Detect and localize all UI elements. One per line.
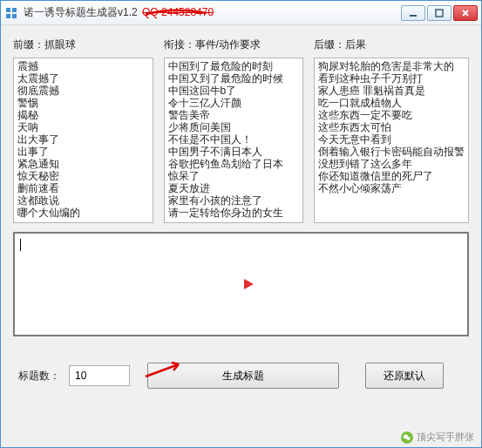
titlebar: 诺一诱导标题生成器v1.2 QQ 244528470: [1, 1, 481, 25]
list-item[interactable]: 中国又到了最危险的时候: [168, 72, 300, 85]
client-area: 前缀：抓眼球 震撼太震撼了彻底震撼警惕揭秘天呐出大事了出事了紧急通知惊天秘密删前…: [1, 25, 481, 401]
svg-point-3: [407, 437, 411, 440]
list-item[interactable]: 天呐: [17, 121, 149, 133]
list-item[interactable]: 揭秘: [17, 109, 149, 121]
list-item[interactable]: 哪个大仙编的: [17, 207, 149, 219]
list-item[interactable]: 中国这回牛b了: [168, 85, 300, 97]
list-item[interactable]: 谷歌把钓鱼岛划给了日本: [168, 158, 300, 170]
list-item[interactable]: 少将质问美国: [168, 121, 300, 133]
list-item[interactable]: 请一定转给你身边的女生: [168, 207, 300, 219]
list-item[interactable]: 看到这种虫子千万别打: [318, 72, 465, 85]
list-item[interactable]: 家里有小孩的注意了: [168, 194, 300, 207]
list-item[interactable]: 删前速看: [17, 182, 149, 194]
count-input[interactable]: [69, 365, 130, 386]
list-item[interactable]: 倒着输入银行卡密码能自动报警: [318, 146, 465, 158]
qq-text: QQ 244528470: [142, 6, 214, 18]
middle-listbox[interactable]: 中国到了最危险的时刻中国又到了最危险的时候中国这回牛b了令十三亿人汗颜警告美帝少…: [164, 58, 304, 223]
app-icon: [4, 6, 18, 20]
list-item[interactable]: 没想到错了这么多年: [318, 158, 465, 170]
play-icon: [241, 277, 255, 291]
minimize-button[interactable]: [401, 5, 425, 21]
output-textarea[interactable]: [13, 232, 469, 336]
list-item[interactable]: 不佳是不中国人！: [168, 133, 300, 146]
columns-row: 前缀：抓眼球 震撼太震撼了彻底震撼警惕揭秘天呐出大事了出事了紧急通知惊天秘密删前…: [13, 37, 469, 223]
svg-rect-1: [436, 10, 443, 17]
list-item[interactable]: 警告美帝: [168, 109, 300, 121]
maximize-button[interactable]: [427, 5, 451, 21]
suffix-listbox[interactable]: 狗尿对轮胎的危害是非常大的看到这种虫子千万别打家人患癌 罪魁祸首真是吃一口就成植…: [314, 58, 469, 223]
watermark: 顶尖写手胖张: [401, 431, 474, 444]
list-item[interactable]: 这都敢说: [17, 194, 149, 207]
list-item[interactable]: 今天无意中看到: [318, 133, 465, 146]
suffix-column: 后缀：后果 狗尿对轮胎的危害是非常大的看到这种虫子千万别打家人患癌 罪魁祸首真是…: [314, 37, 469, 223]
list-item[interactable]: 出大事了: [17, 133, 149, 146]
svg-point-2: [404, 434, 408, 438]
window-title: 诺一诱导标题生成器v1.2 QQ 244528470: [24, 5, 401, 20]
list-item[interactable]: 夏天放进: [168, 182, 300, 194]
app-window: 诺一诱导标题生成器v1.2 QQ 244528470 前缀：抓眼球 震撼太震撼了…: [0, 0, 482, 448]
list-item[interactable]: 这些东西太可怕: [318, 121, 465, 133]
list-item[interactable]: 不然小心倾家荡产: [318, 182, 465, 194]
list-item[interactable]: 警惕: [17, 97, 149, 109]
list-item[interactable]: 紧急通知: [17, 158, 149, 170]
bottom-controls: 标题数： 生成标题 还原默认: [13, 363, 469, 389]
prefix-listbox[interactable]: 震撼太震撼了彻底震撼警惕揭秘天呐出大事了出事了紧急通知惊天秘密删前速看这都敢说哪…: [13, 58, 153, 223]
count-label: 标题数：: [18, 369, 60, 384]
list-item[interactable]: 彻底震撼: [17, 85, 149, 97]
list-item[interactable]: 中国男子不满日本人: [168, 146, 300, 158]
prefix-label: 前缀：抓眼球: [13, 37, 153, 52]
list-item[interactable]: 惊天秘密: [17, 170, 149, 182]
list-item[interactable]: 这些东西一定不要吃: [318, 109, 465, 121]
list-item[interactable]: 中国到了最危险的时刻: [168, 60, 300, 72]
window-controls: [401, 5, 478, 21]
list-item[interactable]: 出事了: [17, 146, 149, 158]
list-item[interactable]: 吃一口就成植物人: [318, 97, 465, 109]
list-item[interactable]: 家人患癌 罪魁祸首真是: [318, 85, 465, 97]
list-item[interactable]: 狗尿对轮胎的危害是非常大的: [318, 60, 465, 72]
watermark-text: 顶尖写手胖张: [417, 431, 474, 444]
suffix-label: 后缀：后果: [314, 37, 469, 52]
title-text: 诺一诱导标题生成器v1.2: [24, 6, 138, 18]
list-item[interactable]: 惊呆了: [168, 170, 300, 182]
list-item[interactable]: 震撼: [17, 60, 149, 72]
generate-button[interactable]: 生成标题: [147, 363, 339, 389]
list-item[interactable]: 令十三亿人汗颜: [168, 97, 300, 109]
middle-column: 衔接：事件/动作要求 中国到了最危险的时刻中国又到了最危险的时候中国这回牛b了令…: [164, 37, 304, 223]
wechat-icon: [401, 431, 413, 444]
text-cursor: [20, 239, 21, 251]
reset-button[interactable]: 还原默认: [365, 363, 444, 389]
list-item[interactable]: 你还知道微信里的死尸了: [318, 170, 465, 182]
middle-label: 衔接：事件/动作要求: [164, 37, 304, 52]
svg-rect-0: [410, 15, 417, 17]
list-item[interactable]: 太震撼了: [17, 72, 149, 85]
close-button[interactable]: [453, 5, 478, 21]
prefix-column: 前缀：抓眼球 震撼太震撼了彻底震撼警惕揭秘天呐出大事了出事了紧急通知惊天秘密删前…: [13, 37, 153, 223]
